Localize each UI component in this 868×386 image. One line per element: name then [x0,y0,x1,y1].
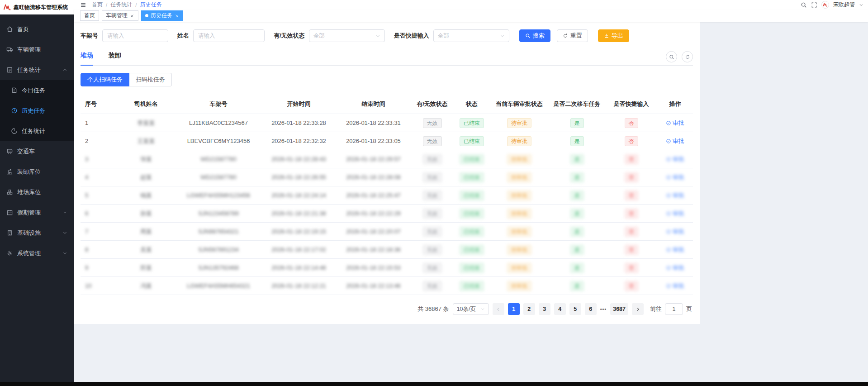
download-icon [604,33,609,38]
page-button-2[interactable]: 2 [523,303,535,315]
username[interactable]: 宋欣超管 [833,1,855,9]
approve-icon [666,247,671,253]
cell-end-time: 2026-01-18 22:18:36 [346,246,401,253]
approve-link[interactable]: 审批 [666,191,684,200]
cell-driver-name: 孙某 [140,210,152,218]
quick-input-badge: 否 [625,209,638,219]
valid-status-badge: 无效 [423,136,442,146]
doc-icon [11,87,18,94]
sidebar-item-label: 交通车 [17,148,35,156]
approve-link[interactable]: 审批 [666,228,684,236]
status-badge: 已结束 [460,245,484,255]
sidebar-item-vehicle-management[interactable]: 车辆管理 [0,39,74,60]
breadcrumb: 首页/任务统计/历史任务 [92,1,162,9]
sidebar-item-holiday-management[interactable]: 假期管理 [0,202,74,223]
cell-driver-name: 张某 [140,155,152,163]
sidebar-item-infrastructure[interactable]: 基础设施 [0,223,74,243]
sidebar-item-loading-bays[interactable]: 装卸库位 [0,162,74,182]
second-move-badge: 是 [570,209,584,219]
tag-vehicle-management[interactable]: 车辆管理 [102,10,138,21]
close-icon[interactable] [130,14,134,18]
sidebar-item-task-stats[interactable]: 任务统计 [0,121,74,141]
page-button-6[interactable]: 6 [585,303,597,315]
quick-input-badge: 否 [625,245,638,255]
cell-vin: SJN987654321 [198,228,239,235]
page-button-5[interactable]: 5 [569,303,581,315]
page-size-value: 10条/页 [457,305,476,313]
status-badge: 已结束 [460,136,484,146]
segment-scan-gun-tasks[interactable]: 扫码枪任务 [129,73,172,86]
prev-page-button[interactable] [493,303,504,315]
export-button[interactable]: 导出 [598,29,629,42]
approve-link[interactable]: 审批 [666,173,684,181]
next-page-button[interactable] [632,303,644,315]
quick-input-badge: 否 [625,227,638,237]
page-button-1[interactable]: 1 [508,303,520,315]
avatar[interactable] [821,1,829,9]
segment-personal-scan-tasks[interactable]: 个人扫码任务 [81,73,129,86]
tab-yard[interactable]: 堆场 [81,52,93,66]
fullscreen-icon[interactable] [811,2,817,8]
approve-icon [666,229,671,234]
approve-link[interactable]: 审批 [666,137,684,145]
active-dot-icon [145,14,148,17]
approve-link[interactable]: 审批 [666,119,684,127]
sidebar-item-today-tasks[interactable]: 今日任务 [0,80,74,100]
breadcrumb-item[interactable]: 首页 [92,1,103,9]
search-button[interactable]: 搜索 [519,29,550,42]
app-logo[interactable]: 鑫旺物流移车管理系统 [0,0,74,14]
approve-link[interactable]: 审批 [666,155,684,163]
chevron-down-icon [375,33,380,38]
sidebar-item-home[interactable]: 首页 [0,19,74,39]
approval-status-badge: 待审批 [507,245,531,255]
page-size-select[interactable]: 10条/页 [453,303,489,315]
sidebar-item-system-management[interactable]: 系统管理 [0,243,74,263]
sidebar-item-yard-bays[interactable]: 堆场库位 [0,182,74,202]
tab-bar: 堆场装卸 [81,50,693,66]
gear-icon [6,250,13,257]
name-input[interactable] [193,29,265,42]
tag-home[interactable]: 首页 [80,10,99,21]
chevron-right-icon [636,307,640,312]
vin-input[interactable] [102,29,168,42]
navbar-actions: 宋欣超管 [801,1,863,9]
name-label: 姓名 [177,32,189,40]
quick-input-select[interactable]: 全部 [433,29,509,42]
breadcrumb-item[interactable]: 任务统计 [110,1,132,9]
content-area: 车架号 姓名 有/无效状态 全部 是否快捷输入 全部 [74,22,868,386]
tag-history-tasks[interactable]: 历史任务 [141,10,183,21]
column-header: 序号 [81,95,117,114]
calendar-icon [6,209,13,216]
approve-link[interactable]: 审批 [666,210,684,218]
status-badge: 已结束 [460,191,484,200]
page-button-3[interactable]: 3 [539,303,550,315]
page-button-4[interactable]: 4 [554,303,566,315]
goto-page-input[interactable] [665,303,683,315]
sidebar-item-task-statistics[interactable]: 任务统计 [0,60,74,80]
reset-button[interactable]: 重置 [557,29,588,42]
sidebar-item-shuttle-bus[interactable]: 交通车 [0,141,74,162]
approve-link[interactable]: 审批 [666,246,684,254]
column-header: 是否快捷输入 [605,95,657,114]
cell-vin: SJN567891234 [198,246,239,253]
cell-vin: WD21587780 [200,156,237,162]
header-search-icon[interactable] [801,2,807,8]
approve-link[interactable]: 审批 [666,264,684,272]
page-more-button[interactable]: ••• [600,306,607,312]
status-badge: 已结束 [460,281,484,291]
cell-start-time: 2026-01-18 22:17:02 [271,246,326,253]
page-button-3687[interactable]: 3687 [610,303,628,315]
approval-status-badge: 待审批 [507,227,531,237]
quick-input-badge: 否 [625,154,638,164]
tab-loading[interactable]: 装卸 [109,52,121,65]
close-icon[interactable] [175,14,179,18]
hamburger-icon[interactable] [80,2,86,8]
table-search-button[interactable] [666,51,677,62]
table-body: 1李某某LJ11KBAC0C12345672026-01-18 22:33:28… [81,114,693,295]
approve-link[interactable]: 审批 [666,282,684,290]
table-refresh-button[interactable] [682,51,693,62]
user-menu-caret-icon[interactable] [859,3,863,7]
valid-status-select[interactable]: 全部 [309,29,385,42]
breadcrumb-item: 历史任务 [140,1,162,9]
sidebar-item-history-tasks[interactable]: 历史任务 [0,100,74,121]
